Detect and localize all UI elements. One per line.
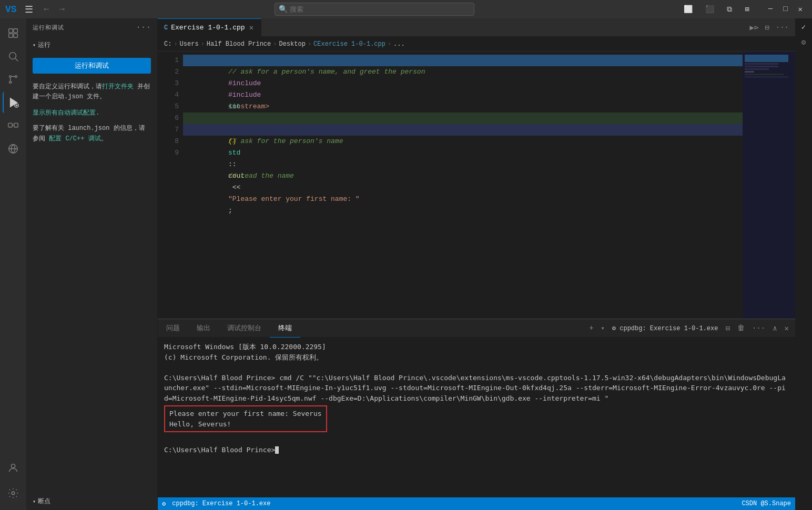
- code-line-1[interactable]: // ask for a person's name, and greet th…: [183, 55, 743, 66]
- sidebar-item-source-control[interactable]: [3, 69, 24, 90]
- breadcrumb: C: › Users › Half Blood Prince › Desktop…: [158, 37, 795, 52]
- sidebar-item-account[interactable]: [3, 457, 24, 478]
- panel: 问题 输出 调试控制台 终端 + ▾ ⚙ cppdbg: Exercise 1-…: [158, 319, 795, 497]
- minimize-button[interactable]: ─: [764, 4, 777, 15]
- show-all-configs-link[interactable]: 显示所有自动调试配置.: [26, 106, 157, 119]
- sidebar-item-search[interactable]: [3, 46, 24, 67]
- sidebar-header: 运行和调试 ···: [26, 18, 157, 36]
- delete-terminal-button[interactable]: 🗑: [735, 322, 747, 334]
- svg-rect-13: [8, 123, 12, 127]
- sidebar-more-button[interactable]: ···: [136, 23, 151, 32]
- panel-tab-problems[interactable]: 问题: [158, 319, 188, 338]
- terminal-output-line1: Please enter your first name: Severus: [169, 409, 322, 419]
- minimap-line-2: [745, 66, 778, 67]
- code-line-3[interactable]: #include <string>: [183, 78, 743, 89]
- cpp-file-icon: C: [164, 24, 168, 32]
- code-line-4[interactable]: int main (): [183, 89, 743, 101]
- split-editor-button[interactable]: ⊟: [763, 21, 771, 34]
- tab-exercise-cpp[interactable]: C Exercise 1-0-1.cpp ✕: [158, 18, 261, 37]
- sidebar-item-remote[interactable]: [3, 138, 24, 159]
- code-token-string-prompt: "Please enter your first name: ": [228, 195, 360, 203]
- code-line-5[interactable]: {: [183, 101, 743, 113]
- svg-rect-14: [14, 123, 18, 127]
- panel-close-button[interactable]: ✕: [783, 322, 791, 335]
- open-folder-link[interactable]: 打开文件夹: [102, 83, 134, 90]
- code-line-2[interactable]: #include <iostream>: [183, 66, 743, 78]
- search-icon: 🔍: [279, 5, 288, 14]
- line-num-9: 9: [162, 147, 179, 159]
- status-csdn-label: CSDN @S.Snape: [742, 500, 791, 507]
- code-editor: 1 2 3 4 5 6 7 8 9 // ask for a person's …: [158, 52, 795, 319]
- sidebar-item-run-debug[interactable]: [3, 92, 24, 113]
- breakpoints-collapse-icon: ▾: [33, 498, 36, 505]
- run-section-header[interactable]: ▾ 运行: [26, 38, 157, 52]
- terminal-instance-label: ⚙ cppdbg: Exercise 1-0-1.exe: [610, 322, 720, 334]
- code-token-shift: <<: [228, 183, 245, 191]
- panel-chevron-up[interactable]: ∧: [770, 322, 779, 335]
- breadcrumb-ellipsis[interactable]: ...: [393, 40, 405, 48]
- code-line-7[interactable]: std :: cout << "Please enter your first …: [183, 124, 743, 136]
- sidebar-item-explorer[interactable]: [3, 23, 24, 44]
- breadcrumb-desktop[interactable]: Desktop: [279, 40, 305, 48]
- breadcrumb-username[interactable]: Half Blood Prince: [207, 40, 271, 48]
- line-num-8: 8: [162, 136, 179, 147]
- panel-tabs: 问题 输出 调试控制台 终端 + ▾ ⚙ cppdbg: Exercise 1-…: [158, 319, 795, 338]
- minimap-line-6: [745, 76, 788, 78]
- run-split-button[interactable]: ▶⊳: [747, 21, 760, 34]
- titlebar: VS ☰ ← → 🔍 ⬜ ⬛ ⧉ ⊞ ─ □ ✕: [0, 0, 812, 18]
- code-line-8[interactable]: [183, 136, 743, 147]
- config-cpp-debug-link[interactable]: 配置 C/C++ 调试: [49, 135, 100, 142]
- menu-button[interactable]: ☰: [25, 4, 33, 15]
- status-bar-right: CSDN @S.Snape: [742, 500, 791, 507]
- breadcrumb-sep-4: ›: [308, 40, 311, 48]
- breakpoints-section: ▾ 断点: [26, 493, 157, 510]
- terminal-line-blank1: [164, 362, 789, 373]
- layout-btn-3[interactable]: ⧉: [724, 4, 735, 15]
- maximize-button[interactable]: □: [779, 4, 791, 15]
- breadcrumb-sep-3: ›: [273, 40, 277, 48]
- minimap-line-5: [745, 74, 784, 75]
- svg-point-18: [12, 492, 15, 495]
- terminal-line-blank2: [164, 434, 789, 445]
- status-debug-icon[interactable]: ⚙: [162, 500, 166, 508]
- panel-tab-debug-console[interactable]: 调试控制台: [219, 319, 270, 338]
- terminal-content[interactable]: Microsoft Windows [版本 10.0.22000.2295] (…: [158, 338, 795, 497]
- svg-rect-3: [14, 34, 17, 37]
- panel-more-button[interactable]: ···: [750, 322, 767, 334]
- breadcrumb-users[interactable]: Users: [180, 40, 199, 48]
- layout-btn-1[interactable]: ⬜: [681, 4, 696, 15]
- layout-btn-4[interactable]: ⊞: [742, 4, 752, 15]
- run-debug-button[interactable]: 运行和调试: [33, 58, 151, 74]
- nav-back-button[interactable]: ←: [41, 4, 53, 15]
- sidebar-launch-info: 要了解有关 launch.json 的信息，请参阅 配置 C/C++ 调试。: [26, 119, 157, 148]
- split-pane-button[interactable]: ⊟: [723, 322, 732, 335]
- terminal-prompt: C:\Users\Half Blood Prince>: [164, 446, 275, 454]
- panel-tab-output[interactable]: 输出: [188, 319, 219, 338]
- terminal-line-cmd: C:\Users\Half Blood Prince> cmd /C ""c:\…: [164, 373, 789, 404]
- code-line-9[interactable]: // read the name: [183, 147, 743, 159]
- status-debug-label[interactable]: cppdbg: Exercise 1-0-1.exe: [172, 500, 270, 507]
- line-num-3: 3: [162, 78, 179, 89]
- right-run-button[interactable]: ✓: [799, 21, 808, 34]
- breadcrumb-drive[interactable]: C:: [164, 40, 171, 48]
- terminal-highlighted-output: Please enter your first name: Severus He…: [164, 405, 327, 432]
- more-actions-button[interactable]: ···: [774, 21, 791, 34]
- search-input[interactable]: [275, 3, 474, 16]
- add-terminal-button[interactable]: +: [587, 322, 595, 334]
- breakpoints-section-header[interactable]: ▾ 断点: [26, 495, 157, 508]
- activity-bar-bottom: [3, 457, 24, 510]
- code-line-6[interactable]: // ask for the person's name: [183, 113, 743, 124]
- close-button[interactable]: ✕: [794, 4, 807, 15]
- sidebar-item-settings[interactable]: [3, 483, 24, 504]
- nav-forward-button[interactable]: →: [56, 4, 68, 15]
- status-bar-left: ⚙ cppdbg: Exercise 1-0-1.exe: [162, 500, 270, 508]
- line-num-5: 5: [162, 101, 179, 113]
- layout-btn-2[interactable]: ⬛: [702, 4, 717, 15]
- right-settings-button[interactable]: ⚙: [799, 36, 808, 49]
- breadcrumb-filename[interactable]: Exercise 1-0-1.cpp: [317, 40, 385, 48]
- split-terminal-button[interactable]: ▾: [599, 322, 607, 334]
- sidebar-item-extensions[interactable]: [3, 115, 24, 136]
- code-indent-9: [228, 160, 245, 168]
- tab-close-button[interactable]: ✕: [248, 22, 255, 33]
- panel-tab-terminal[interactable]: 终端: [270, 319, 300, 338]
